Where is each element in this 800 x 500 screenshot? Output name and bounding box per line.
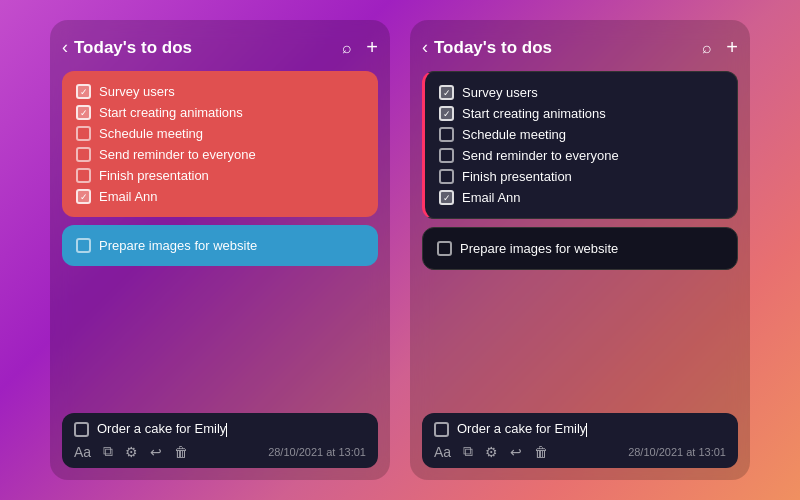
back-icon[interactable]: ‹ xyxy=(62,37,68,58)
text-cursor xyxy=(586,423,587,437)
todo-checkbox[interactable] xyxy=(439,190,454,205)
todo-item[interactable]: Survey users xyxy=(76,81,364,102)
todo-item[interactable]: Schedule meeting xyxy=(76,123,364,144)
todo-label: Email Ann xyxy=(462,190,521,205)
text-input-row: Order a cake for Emily xyxy=(74,421,366,437)
secondary-todo-card: Prepare images for website xyxy=(422,227,738,270)
todo-checkbox[interactable] xyxy=(439,106,454,121)
todo-checkbox[interactable] xyxy=(76,84,91,99)
toolbar-actions: Aa ⧉ ⚙ ↩ 🗑 28/10/2021 at 13:01 xyxy=(74,443,366,460)
todo-label: Start creating animations xyxy=(99,105,243,120)
todo-label: Survey users xyxy=(462,85,538,100)
todo-item[interactable]: Email Ann xyxy=(76,186,364,207)
todo-label: Schedule meeting xyxy=(99,126,203,141)
copy-icon[interactable]: ⧉ xyxy=(463,443,473,460)
todo-label: Finish presentation xyxy=(99,168,209,183)
undo-icon[interactable]: ↩ xyxy=(150,444,162,460)
copy-icon[interactable]: ⧉ xyxy=(103,443,113,460)
delete-icon[interactable]: 🗑 xyxy=(174,444,188,460)
back-icon[interactable]: ‹ xyxy=(422,37,428,58)
panel-title: Today's to dos xyxy=(74,38,328,58)
todo-item[interactable]: Survey users xyxy=(439,82,723,103)
todo-checkbox[interactable] xyxy=(76,126,91,141)
panel-left: ‹ Today's to dos ⌕ + Survey users Start … xyxy=(50,20,390,480)
todo-checkbox[interactable] xyxy=(74,422,89,437)
bottom-input-card: Order a cake for Emily Aa ⧉ ⚙ ↩ 🗑 28/10/… xyxy=(62,413,378,468)
panel-title: Today's to dos xyxy=(434,38,688,58)
todo-item[interactable]: Prepare images for website xyxy=(76,235,364,256)
todo-label: Start creating animations xyxy=(462,106,606,121)
timestamp: 28/10/2021 at 13:01 xyxy=(628,446,726,458)
panel-right: ‹ Today's to dos ⌕ + Survey users Start … xyxy=(410,20,750,480)
todo-label: Prepare images for website xyxy=(99,238,257,253)
secondary-todo-card: Prepare images for website xyxy=(62,225,378,266)
todo-checkbox[interactable] xyxy=(76,105,91,120)
todo-item[interactable]: Send reminder to everyone xyxy=(439,145,723,166)
input-text[interactable]: Order a cake for Emily xyxy=(97,421,227,437)
search-icon[interactable]: ⌕ xyxy=(342,39,352,57)
timestamp: 28/10/2021 at 13:01 xyxy=(268,446,366,458)
todo-label: Send reminder to everyone xyxy=(99,147,256,162)
todo-item[interactable]: Schedule meeting xyxy=(439,124,723,145)
font-icon[interactable]: Aa xyxy=(74,444,91,460)
todo-label: Finish presentation xyxy=(462,169,572,184)
undo-icon[interactable]: ↩ xyxy=(510,444,522,460)
add-icon[interactable]: + xyxy=(366,36,378,59)
todo-item[interactable]: Send reminder to everyone xyxy=(76,144,364,165)
font-icon[interactable]: Aa xyxy=(434,444,451,460)
todo-item[interactable]: Start creating animations xyxy=(76,102,364,123)
todo-label: Schedule meeting xyxy=(462,127,566,142)
text-cursor xyxy=(226,423,227,437)
todo-label: Prepare images for website xyxy=(460,241,618,256)
todo-checkbox[interactable] xyxy=(434,422,449,437)
todo-checkbox[interactable] xyxy=(76,168,91,183)
todo-item[interactable]: Finish presentation xyxy=(76,165,364,186)
todo-label: Send reminder to everyone xyxy=(462,148,619,163)
delete-icon[interactable]: 🗑 xyxy=(534,444,548,460)
todo-checkbox[interactable] xyxy=(76,238,91,253)
panel-header: ‹ Today's to dos ⌕ + xyxy=(422,32,738,71)
search-icon[interactable]: ⌕ xyxy=(702,39,712,57)
todo-item[interactable]: Email Ann xyxy=(439,187,723,208)
todo-checkbox[interactable] xyxy=(439,127,454,142)
todo-item[interactable]: Start creating animations xyxy=(439,103,723,124)
bottom-input-card: Order a cake for Emily Aa ⧉ ⚙ ↩ 🗑 28/10/… xyxy=(422,413,738,468)
input-text[interactable]: Order a cake for Emily xyxy=(457,421,587,437)
todo-label: Survey users xyxy=(99,84,175,99)
todo-checkbox[interactable] xyxy=(439,169,454,184)
main-todo-card: Survey users Start creating animations S… xyxy=(62,71,378,217)
main-todo-card: Survey users Start creating animations S… xyxy=(422,71,738,219)
add-icon[interactable]: + xyxy=(726,36,738,59)
todo-checkbox[interactable] xyxy=(76,189,91,204)
todo-checkbox[interactable] xyxy=(439,85,454,100)
todo-checkbox[interactable] xyxy=(439,148,454,163)
settings-icon[interactable]: ⚙ xyxy=(485,444,498,460)
todo-item[interactable]: Finish presentation xyxy=(439,166,723,187)
toolbar-actions: Aa ⧉ ⚙ ↩ 🗑 28/10/2021 at 13:01 xyxy=(434,443,726,460)
text-input-row: Order a cake for Emily xyxy=(434,421,726,437)
todo-checkbox[interactable] xyxy=(76,147,91,162)
todo-checkbox[interactable] xyxy=(437,241,452,256)
todo-label: Email Ann xyxy=(99,189,158,204)
settings-icon[interactable]: ⚙ xyxy=(125,444,138,460)
todo-item[interactable]: Prepare images for website xyxy=(437,238,723,259)
panel-header: ‹ Today's to dos ⌕ + xyxy=(62,32,378,71)
